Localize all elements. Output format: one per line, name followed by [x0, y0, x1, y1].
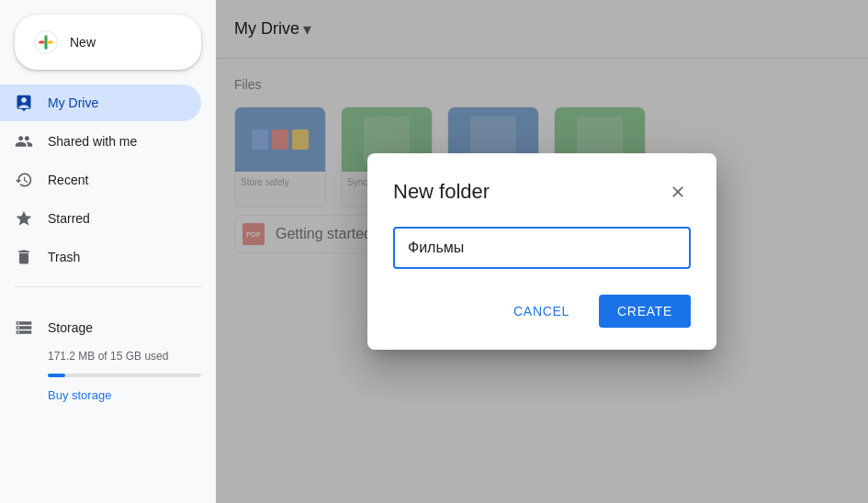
dialog-actions: CANCEL CREATE [393, 295, 691, 328]
starred-icon [15, 209, 33, 228]
cancel-button[interactable]: CANCEL [495, 295, 588, 328]
storage-section: Storage 171.2 MB of 15 GB used Buy stora… [0, 298, 216, 413]
svg-rect-2 [39, 40, 44, 43]
storage-bar-bg [48, 374, 201, 377]
sidebar-nav: My Drive Shared with me Recent [0, 84, 216, 275]
storage-icon [15, 319, 33, 337]
buy-storage-link[interactable]: Buy storage [15, 385, 201, 402]
storage-info: 171.2 MB of 15 GB used [15, 346, 201, 370]
sidebar-item-starred-label: Starred [48, 211, 90, 226]
main-area: My Drive ▾ Files Store safely [216, 0, 868, 503]
storage-label[interactable]: Storage [15, 309, 201, 346]
dialog-close-button[interactable] [665, 179, 691, 205]
sidebar-item-shared[interactable]: Shared with me [0, 123, 201, 160]
new-button-label: New [70, 35, 96, 50]
close-icon [669, 183, 687, 201]
folder-name-input[interactable] [393, 227, 691, 269]
dialog-header: New folder [393, 179, 691, 205]
sidebar-item-shared-label: Shared with me [48, 134, 137, 149]
trash-icon [15, 248, 33, 266]
svg-rect-3 [48, 40, 53, 43]
shared-icon [15, 132, 33, 151]
svg-rect-1 [44, 35, 47, 50]
sidebar-item-recent-label: Recent [48, 173, 88, 187]
sidebar: New My Drive Shared with me [0, 0, 216, 503]
my-drive-icon [15, 94, 33, 112]
sidebar-item-trash[interactable]: Trash [0, 239, 201, 275]
storage-title: Storage [48, 320, 93, 335]
dialog-title: New folder [393, 180, 490, 204]
plus-icon [33, 29, 59, 55]
dialog-overlay: New folder CANCEL CREATE [216, 0, 868, 503]
sidebar-item-starred[interactable]: Starred [0, 200, 201, 237]
sidebar-item-my-drive[interactable]: My Drive [0, 84, 201, 121]
create-button[interactable]: CREATE [599, 295, 691, 328]
new-button[interactable]: New [15, 15, 201, 70]
sidebar-item-recent[interactable]: Recent [0, 162, 201, 198]
sidebar-item-my-drive-label: My Drive [48, 95, 98, 110]
recent-icon [15, 171, 33, 189]
sidebar-item-trash-label: Trash [48, 250, 80, 264]
new-folder-dialog: New folder CANCEL CREATE [367, 153, 716, 350]
nav-divider [15, 286, 201, 287]
storage-bar-fill [48, 374, 65, 377]
